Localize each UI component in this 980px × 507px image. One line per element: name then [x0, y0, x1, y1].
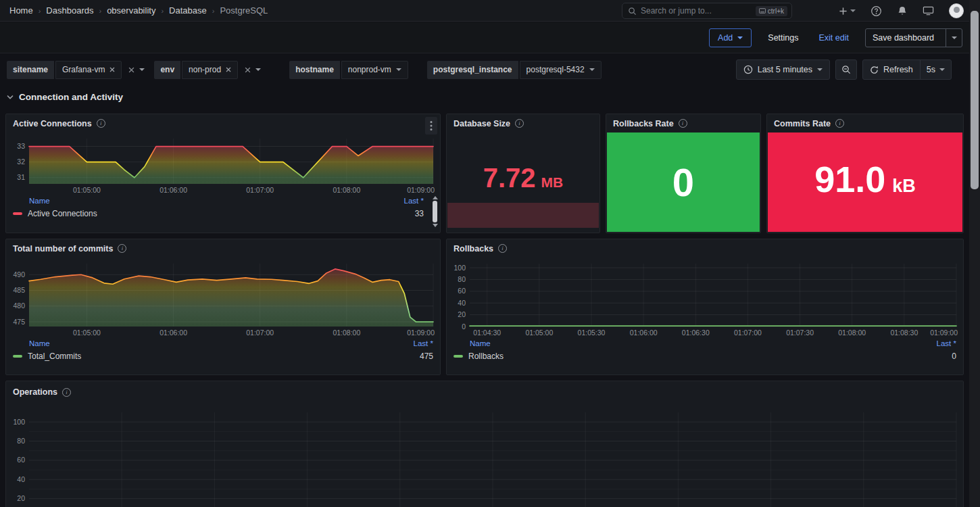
series-label[interactable]: Active Connections: [28, 209, 97, 218]
legend-last-header[interactable]: Last *: [414, 339, 433, 347]
refresh-button[interactable]: Refresh 5s: [862, 59, 952, 80]
row-connection-and-activity[interactable]: Connection and Activity: [7, 92, 123, 102]
panel-title[interactable]: Total number of commits: [13, 244, 113, 254]
exit-edit-button[interactable]: Exit edit: [814, 28, 852, 47]
breadcrumb-database[interactable]: Database: [169, 5, 207, 16]
legend-series-row[interactable]: Rollbacks 0: [454, 349, 956, 363]
legend-series-row[interactable]: Active Connections 33: [13, 207, 433, 220]
zoom-out-icon: [841, 65, 851, 74]
svg-text:33: 33: [17, 142, 25, 150]
variable-label: postgresql_instance: [427, 61, 518, 79]
svg-text:01:06:00: 01:06:00: [160, 186, 187, 194]
monitor-icon[interactable]: [923, 5, 934, 16]
breadcrumb-dashboards[interactable]: Dashboards: [46, 5, 93, 16]
svg-text:40: 40: [458, 299, 466, 307]
panel-title[interactable]: Operations: [13, 387, 57, 397]
variable-value-select[interactable]: postgresql-5432: [520, 61, 602, 79]
legend-last-header[interactable]: Last *: [937, 339, 956, 347]
clear-filter-icon[interactable]: [128, 67, 134, 73]
info-icon[interactable]: i: [62, 388, 71, 397]
variable-value-chip[interactable]: non-prod: [182, 61, 238, 79]
info-icon[interactable]: i: [515, 119, 524, 128]
info-icon[interactable]: i: [498, 244, 507, 253]
variable-value-select[interactable]: nonprod-vm: [341, 61, 408, 79]
legend: Name Last * Total_Commits 475: [6, 337, 440, 363]
svg-text:01:08:00: 01:08:00: [333, 329, 360, 337]
remove-value-icon[interactable]: [109, 67, 115, 72]
alerts-bell-icon[interactable]: [897, 5, 908, 16]
legend-name-header[interactable]: Name: [470, 339, 491, 347]
info-icon[interactable]: i: [679, 119, 687, 128]
legend: Name Last * Active Connections 33: [6, 195, 440, 220]
svg-text:0: 0: [462, 322, 466, 331]
search-input[interactable]: [641, 6, 756, 16]
zoom-out-time-button[interactable]: [835, 59, 857, 80]
time-range-picker[interactable]: Last 5 minutes: [736, 59, 830, 80]
svg-text:01:06:00: 01:06:00: [630, 329, 658, 337]
chevron-down-icon: [817, 68, 823, 71]
legend-scrollbar[interactable]: [432, 196, 438, 227]
scrollbar-thumb[interactable]: [433, 201, 437, 222]
chevron-down-icon: [939, 68, 945, 71]
series-label[interactable]: Total_Commits: [28, 352, 81, 361]
svg-text:20: 20: [458, 310, 466, 318]
series-last-value: 475: [420, 352, 433, 361]
scrollbar-thumb[interactable]: [971, 11, 979, 189]
panel-rollbacks: Rollbacks i 02040608010001:04:3001:05:00…: [446, 239, 964, 375]
svg-text:01:07:30: 01:07:30: [786, 329, 814, 337]
legend-name-header[interactable]: Name: [29, 339, 50, 347]
settings-button[interactable]: Settings: [764, 28, 802, 47]
panel-title[interactable]: Rollbacks: [454, 244, 493, 254]
stat-unit: kB: [892, 176, 916, 197]
scroll-up-icon[interactable]: [433, 196, 438, 199]
dashboard-edit-toolbar: Add Settings Exit edit Save dashboard: [0, 22, 980, 53]
panel-title[interactable]: Active Connections: [13, 119, 92, 128]
panel-title[interactable]: Rollbacks Rate: [613, 119, 674, 128]
series-label[interactable]: Rollbacks: [468, 352, 504, 361]
timeseries-chart[interactable]: 31323301:05:0001:06:0001:07:0001:08:0001…: [6, 132, 440, 195]
timeseries-chart[interactable]: 20406080100: [6, 403, 963, 507]
top-nav-bar: Home › Dashboards › observability › Data…: [0, 0, 980, 22]
clear-filter-icon[interactable]: [245, 67, 251, 73]
save-dashboard-dropdown[interactable]: [946, 29, 962, 47]
info-icon[interactable]: i: [118, 244, 126, 253]
legend-series-row[interactable]: Total_Commits 475: [13, 349, 433, 363]
chevron-down-icon: [850, 9, 856, 12]
panel-title[interactable]: Commits Rate: [774, 119, 831, 128]
save-dashboard-button[interactable]: Save dashboard: [865, 28, 962, 47]
search-bar[interactable]: ctrl+k: [622, 3, 792, 19]
chevron-down-icon[interactable]: [139, 68, 145, 71]
remove-value-icon[interactable]: [226, 67, 231, 72]
legend-name-header[interactable]: Name: [29, 197, 50, 205]
scroll-down-icon[interactable]: [433, 224, 438, 227]
panel-database-size: Database Size i 7.72 MB: [446, 114, 600, 233]
series-color-marker: [13, 355, 22, 358]
info-icon[interactable]: i: [835, 119, 844, 128]
chevron-down-icon[interactable]: [255, 68, 261, 71]
chevron-down-icon: [737, 37, 743, 39]
panel-title[interactable]: Database Size: [454, 119, 510, 128]
user-avatar[interactable]: [949, 3, 964, 18]
svg-text:100: 100: [13, 418, 25, 426]
svg-text:01:07:00: 01:07:00: [246, 329, 274, 337]
refresh-interval-select[interactable]: 5s: [921, 65, 951, 74]
variable-value-chip[interactable]: Grafana-vm: [55, 61, 122, 79]
timeseries-chart[interactable]: 02040608010001:04:3001:05:0001:05:3001:0…: [447, 258, 963, 337]
svg-text:01:06:00: 01:06:00: [160, 329, 187, 337]
info-icon[interactable]: i: [97, 119, 105, 128]
new-item-button[interactable]: [839, 7, 856, 16]
svg-text:01:07:00: 01:07:00: [246, 186, 274, 194]
panel-menu-icon[interactable]: [425, 117, 437, 135]
legend-last-header[interactable]: Last *: [404, 197, 424, 205]
help-icon[interactable]: [871, 5, 882, 17]
breadcrumb-observability[interactable]: observability: [107, 5, 155, 16]
svg-text:31: 31: [17, 173, 25, 181]
breadcrumb-home[interactable]: Home: [9, 5, 33, 16]
chevron-down-icon: [396, 68, 401, 71]
timeseries-chart[interactable]: 47548048549001:05:0001:06:0001:07:0001:0…: [6, 258, 440, 337]
svg-text:01:05:30: 01:05:30: [578, 329, 606, 337]
stat-value: 0: [672, 160, 694, 205]
add-panel-button[interactable]: Add: [709, 28, 752, 47]
svg-text:80: 80: [458, 275, 466, 283]
page-scrollbar[interactable]: [969, 0, 980, 507]
